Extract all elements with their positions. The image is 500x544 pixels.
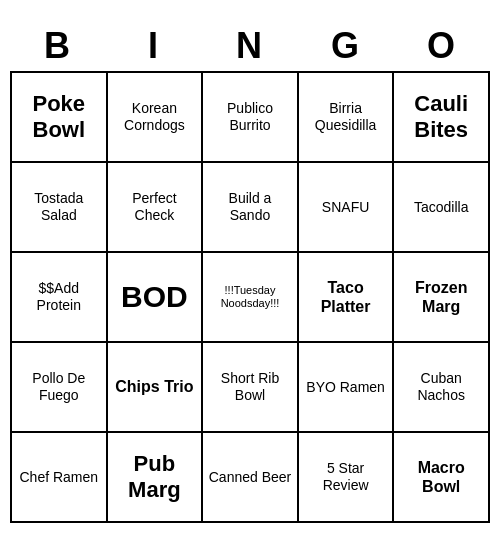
bingo-cell-3: Birria Quesidilla xyxy=(299,73,395,163)
bingo-cell-4: Cauli Bites xyxy=(394,73,490,163)
header-n: N xyxy=(202,21,298,71)
bingo-cell-6: Perfect Check xyxy=(108,163,204,253)
bingo-cell-2: Publico Burrito xyxy=(203,73,299,163)
bingo-cell-15: Pollo De Fuego xyxy=(12,343,108,433)
header-b: B xyxy=(10,21,106,71)
bingo-cell-22: Canned Beer xyxy=(203,433,299,523)
bingo-card: B I N G O Poke BowlKorean CorndogsPublic… xyxy=(10,21,490,523)
bingo-cell-10: $$Add Protein xyxy=(12,253,108,343)
bingo-cell-23: 5 Star Review xyxy=(299,433,395,523)
bingo-cell-21: Pub Marg xyxy=(108,433,204,523)
bingo-cell-19: Cuban Nachos xyxy=(394,343,490,433)
bingo-cell-11: BOD xyxy=(108,253,204,343)
bingo-cell-24: Macro Bowl xyxy=(394,433,490,523)
bingo-header: B I N G O xyxy=(10,21,490,71)
header-i: I xyxy=(106,21,202,71)
header-o: O xyxy=(394,21,490,71)
bingo-grid: Poke BowlKorean CorndogsPublico BurritoB… xyxy=(10,71,490,523)
header-g: G xyxy=(298,21,394,71)
bingo-cell-9: Tacodilla xyxy=(394,163,490,253)
bingo-cell-8: SNAFU xyxy=(299,163,395,253)
bingo-cell-0: Poke Bowl xyxy=(12,73,108,163)
bingo-cell-20: Chef Ramen xyxy=(12,433,108,523)
bingo-cell-12: !!!Tuesday Noodsday!!! xyxy=(203,253,299,343)
bingo-cell-17: Short Rib Bowl xyxy=(203,343,299,433)
bingo-cell-13: Taco Platter xyxy=(299,253,395,343)
bingo-cell-5: Tostada Salad xyxy=(12,163,108,253)
bingo-cell-14: Frozen Marg xyxy=(394,253,490,343)
bingo-cell-18: BYO Ramen xyxy=(299,343,395,433)
bingo-cell-7: Build a Sando xyxy=(203,163,299,253)
bingo-cell-1: Korean Corndogs xyxy=(108,73,204,163)
bingo-cell-16: Chips Trio xyxy=(108,343,204,433)
